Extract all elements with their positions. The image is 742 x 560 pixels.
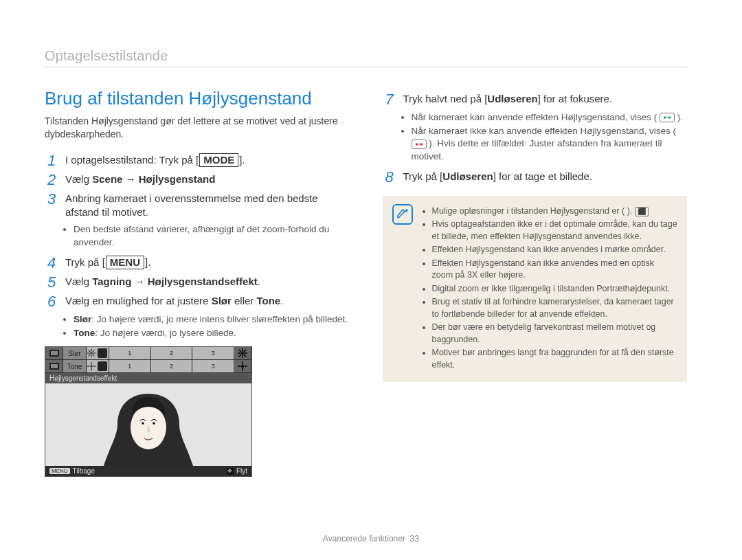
slider-seg: 2 [150,360,192,372]
svg-rect-21 [51,364,58,368]
step-number: 1 [45,153,58,168]
svg-rect-1 [51,351,58,355]
svg-line-18 [243,350,246,352]
step-7: 7 Tryk halvt ned på [Udløseren] for at f… [383,92,688,107]
flower-weak-icon [87,348,96,358]
note-item: Mulige opløsninger i tilstanden Højlysge… [432,205,678,218]
svg-point-2 [90,352,93,355]
step-bold: Slør [212,295,232,306]
slider-seg: 2 [150,347,192,359]
step-8: 8 Tryk på [Udløseren] for at tage et bil… [383,170,688,185]
camera-lcd-preview: Slør 1 2 3 Tone [45,346,252,477]
step-text: Tryk halvt ned på [ [403,93,488,104]
step-2: 2 Vælg Scene → Højlysgenstand [45,172,350,188]
page-title: Brug af tilstanden Højlysgenstand [45,88,350,109]
step-number: 3 [45,192,58,207]
step-text: Vælg [65,173,92,185]
step-number: 5 [45,275,58,290]
lcd-blur-slider[interactable]: 1 2 3 [87,347,234,360]
right-column: 7 Tryk halvt ned på [Udløseren] for at f… [383,88,688,477]
step-number: 4 [45,256,58,271]
slider-knob[interactable] [98,361,107,371]
slider-seg: 1 [109,360,150,372]
note-item: Der bør være en betydelig farvekontrast … [432,322,678,346]
svg-point-35 [153,422,155,425]
dpad-icon: ✥ [227,468,234,475]
left-column: Brug af tilstanden Højlysgenstand Tilsta… [45,88,350,477]
svg-line-9 [93,350,95,352]
svg-point-22 [90,365,93,368]
note-item: Brug et stativ til at forhindre kamerary… [432,296,678,320]
step-3: 3 Anbring kameraet i overensstemmelse me… [45,192,350,220]
bullet: Slør: Jo højere værdi, jo mere intens bl… [74,313,350,326]
bullet: Når kameraet ikke kan anvende effekten H… [412,125,688,163]
flower-strong-icon [238,361,247,371]
step-bold: Udløseren [487,93,537,104]
step-text: Vælg [65,276,92,287]
step-text: I optagelsestilstand: Tryk på [65,154,196,166]
lcd-row1-label: Slør [63,347,87,360]
bullet: Når kameraet kan anvende effekten Højlys… [412,111,688,124]
step-number: 6 [45,294,58,309]
lcd-preview-image [45,383,251,466]
svg-point-34 [142,422,144,425]
lcd-back-label: Tilbage [73,467,95,475]
step-number: 2 [45,172,58,188]
step-bold: Tagning → Højlysgenstandseffekt [92,276,258,287]
step-bold: Scene → Højlysgenstand [92,173,215,185]
bullet-bold: Slør [74,314,91,324]
step-bold: Udløseren [442,170,493,182]
step-3-bullets: Den bedste afstand varierer, afhængigt a… [64,223,350,248]
lcd-tone-slider[interactable]: 1 2 3 [87,360,234,373]
slider-knob[interactable] [98,348,107,358]
bullet-text: : Jo højere værdi, jo mere intens bliver… [91,314,348,324]
bullet-text: : Jo højere værdi, jo lysere billede. [95,328,236,338]
step-text: Tryk på [ [403,170,443,182]
step-text-suffix: . [242,154,245,166]
svg-line-19 [238,355,241,357]
step-text-end: ] for at tage et billede. [493,170,592,182]
intro-text: Tilstanden Højlysgenstand gør det letter… [45,115,350,141]
step-6: 6 Vælg en mulighed for at justere Slør e… [45,294,350,309]
bullet-bold: Tone [74,328,95,338]
step-1: 1 I optagelsestilstand: Tryk på [MODE]. [45,153,350,168]
flower-weak-icon [87,361,96,371]
step-bold: Tone [257,295,281,306]
bullet-text: ). [677,112,683,122]
svg-line-16 [238,350,241,352]
resolution-chip-icon: ⬛ [635,207,649,216]
flower-strong-icon [238,348,247,358]
note-icon [392,204,413,225]
step-text-suffix: . [148,256,150,268]
lcd-back-button[interactable]: MENU Tilbage [49,467,95,475]
svg-line-7 [89,350,91,352]
note-item: Hvis optageafstanden ikke er i det optim… [432,219,678,243]
step-text-mid: eller [232,295,257,306]
step-text: Anbring kameraet i overensstemmelse med … [65,192,318,218]
bullet: Den bedste afstand varierer, afhængigt a… [74,223,350,248]
slider-seg: 3 [192,360,234,372]
note-text: Mulige opløsninger i tilstanden Højlysge… [432,206,633,216]
step-number: 8 [383,170,396,185]
status-fail-icon [412,139,427,149]
lcd-overlay-label: Højlysgenstandseffekt [45,373,251,383]
svg-point-11 [240,352,243,355]
svg-line-10 [89,355,91,357]
bullet-text: Når kameraet ikke kan anvende effekten H… [412,126,676,136]
step-text-end: . [280,295,283,306]
lcd-row2-label: Tone [63,360,87,373]
lcd-icon [45,347,63,360]
note-item: Effekten Højlysgenstand kan ikke anvende… [432,258,678,282]
lcd-move-button[interactable]: ✥ Flyt [227,467,247,475]
footer-page-number: 33 [410,534,419,544]
lcd-menu-key: MENU [49,468,70,474]
note-item: Motiver bør anbringes langt fra baggrund… [432,347,678,371]
step-5: 5 Vælg Tagning → Højlysgenstandseffekt. [45,275,350,290]
note-item: Digital zoom er ikke tilgængelig i tilst… [432,283,678,295]
lcd-icon [234,347,251,360]
svg-point-27 [240,365,243,368]
status-ok-icon [660,113,675,122]
lcd-icon [45,360,63,373]
svg-line-8 [93,355,95,357]
slider-seg: 1 [109,347,150,359]
